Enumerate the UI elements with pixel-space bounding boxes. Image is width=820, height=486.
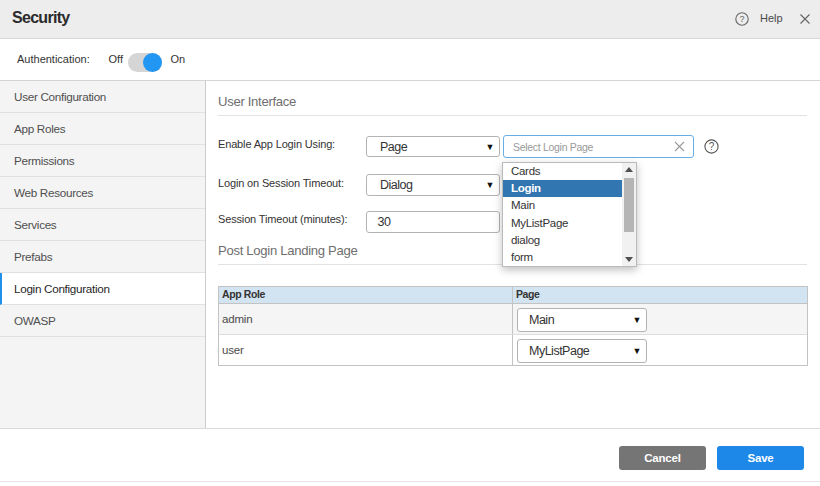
svg-text:?: ?	[739, 14, 744, 24]
svg-text:?: ?	[709, 141, 715, 152]
